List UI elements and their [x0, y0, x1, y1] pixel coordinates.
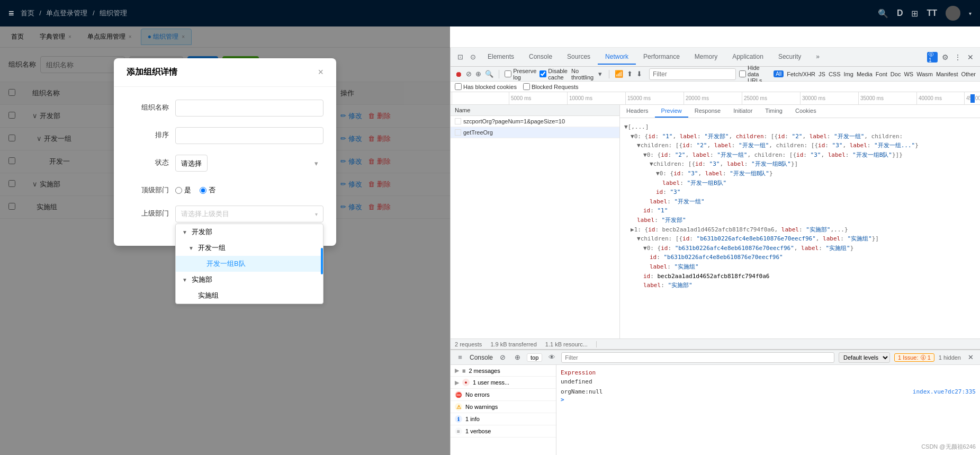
tree-item-shishi-zu[interactable]: 实施组	[176, 288, 323, 304]
throttling-dropdown[interactable]: ▾	[597, 69, 604, 79]
network-clear-icon[interactable]: ⊘	[465, 69, 472, 79]
tree-expand-2[interactable]: ▼	[188, 245, 196, 251]
console-default-levels[interactable]: Default levels	[839, 352, 890, 363]
form-order-input[interactable]	[175, 127, 323, 144]
dropdown-arrow[interactable]: ▾	[969, 11, 972, 16]
request-item-2[interactable]: getTreeOrg	[451, 127, 619, 138]
devtools-tab-performance[interactable]: Performance	[636, 50, 687, 65]
user-messages-label: 1 user mess...	[473, 379, 509, 386]
console-eye-icon[interactable]: 👁	[546, 352, 557, 363]
form-status-select[interactable]: 请选择	[175, 155, 208, 172]
form-org-name-input[interactable]	[175, 100, 323, 117]
tree-expand-1[interactable]: ▼	[182, 229, 190, 235]
radio-no-label[interactable]: 否	[200, 185, 215, 195]
css-label[interactable]: CSS	[829, 71, 841, 77]
devtools-tab-sources[interactable]: Sources	[560, 50, 598, 65]
devtools-notification-icon[interactable]: 🛈1	[927, 52, 938, 63]
doc-label[interactable]: Doc	[891, 71, 901, 77]
radio-yes[interactable]	[175, 187, 182, 194]
hide-data-urls-checkbox[interactable]	[739, 70, 746, 77]
font-icon[interactable]: TT	[927, 8, 937, 18]
detail-tab-response[interactable]: Response	[688, 105, 727, 118]
devtools-tab-network[interactable]: Network	[598, 50, 636, 65]
radio-no[interactable]	[200, 187, 206, 194]
detail-tab-timing[interactable]: Timing	[759, 105, 789, 118]
tree-expand-4[interactable]: ▼	[182, 277, 190, 283]
tree-item-kaifa-bu[interactable]: ▼ 开发部	[176, 224, 323, 240]
devtools-more-icon[interactable]: ⋮	[952, 52, 963, 63]
console-issue-badge[interactable]: 1 Issue: 🛈 1	[894, 353, 934, 362]
network-filter-input[interactable]	[649, 68, 736, 80]
breadcrumb-org[interactable]: 组织管理	[100, 9, 127, 17]
wifi-icon[interactable]: 📶	[615, 69, 623, 79]
console-top-select[interactable]: top	[527, 353, 542, 362]
radio-yes-label[interactable]: 是	[175, 185, 191, 195]
avatar[interactable]	[946, 6, 960, 21]
console-filter-icon[interactable]: ⊕	[512, 352, 523, 363]
disable-cache-checkbox[interactable]	[540, 70, 546, 77]
console-item-no-errors[interactable]: ⛔ No errors	[451, 389, 556, 401]
media-label[interactable]: Media	[857, 71, 873, 77]
breadcrumb-home[interactable]: 首页	[21, 9, 34, 17]
devtools-tab-elements[interactable]: Elements	[480, 50, 522, 65]
no-warnings-label: No warnings	[465, 404, 498, 410]
breadcrumb-sso[interactable]: 单点登录管理	[46, 9, 87, 17]
has-blocked-cookies-checkbox[interactable]	[455, 83, 462, 90]
detail-tab-headers[interactable]: Headers	[620, 105, 655, 118]
timeline-ruler: 5000 ms 10000 ms 15000 ms 20000 ms 25000…	[451, 92, 980, 105]
request-item-1[interactable]: szcportOrg?pageNum=1&pageSize=10	[451, 116, 619, 127]
devtools-tab-console[interactable]: Console	[522, 50, 560, 65]
manifest-label[interactable]: Manifest	[936, 71, 958, 77]
console-hidden-count[interactable]: 1 hidden	[939, 354, 961, 361]
devtools-tab-more[interactable]: »	[808, 50, 827, 65]
upload-icon[interactable]: ⬆	[626, 69, 633, 79]
modal-close-button[interactable]: ×	[318, 67, 323, 78]
console-item-no-warnings[interactable]: ⚠ No warnings	[451, 401, 556, 413]
network-record-icon[interactable]: ⏺	[455, 69, 462, 79]
d-icon[interactable]: D	[897, 8, 903, 18]
console-sidebar-icon[interactable]: ≡	[455, 352, 465, 363]
other-label[interactable]: Other	[961, 71, 976, 77]
devtools-tab-application[interactable]: Application	[725, 50, 771, 65]
network-filter-icon[interactable]: ⊕	[475, 69, 482, 79]
search-icon[interactable]: 🔍	[878, 8, 888, 19]
expand-icon[interactable]: ⊞	[911, 8, 918, 19]
console-clear-icon[interactable]: ⊘	[497, 352, 508, 363]
expand-messages-icon: ▶	[455, 367, 459, 374]
font-label[interactable]: Font	[876, 71, 887, 77]
fetch-xhr-label[interactable]: Fetch/XHR	[787, 71, 815, 77]
detail-tab-initiator[interactable]: Initiator	[727, 105, 759, 118]
tree-dropdown: ▼ 开发部 ▼ 开发一组 开发一组B队	[175, 224, 323, 304]
modal-title: 添加组织详情	[127, 67, 177, 78]
devtools-close-icon[interactable]: ✕	[965, 52, 976, 63]
preserve-log-checkbox[interactable]	[505, 70, 511, 77]
console-item-messages[interactable]: ▶ ≡ 2 messages	[451, 365, 556, 377]
devtools-cursor-icon[interactable]: ⊡	[455, 52, 465, 63]
devtools-tab-memory[interactable]: Memory	[687, 50, 725, 65]
tree-select-input[interactable]: 请选择上级类目 ▾	[175, 206, 323, 222]
blocked-requests-checkbox[interactable]	[523, 83, 530, 90]
tree-item-kaifa-zu-b[interactable]: 开发一组B队	[176, 256, 323, 272]
detail-tab-preview[interactable]: Preview	[655, 105, 688, 118]
devtools-settings-icon[interactable]: ⚙	[940, 52, 950, 63]
tree-item-kaifa-zu[interactable]: ▼ 开发一组	[176, 240, 323, 256]
console-item-user-messages[interactable]: ▶ ● 1 user mess...	[451, 377, 556, 389]
js-label[interactable]: JS	[819, 71, 825, 77]
detail-tab-cookies[interactable]: Cookies	[789, 105, 823, 118]
console-close-icon[interactable]: ✕	[965, 352, 976, 363]
devtools-device-icon[interactable]: ⊙	[467, 52, 478, 63]
wasm-label[interactable]: Wasm	[916, 71, 933, 77]
console-output-link[interactable]: index.vue?dc27:335	[913, 388, 976, 395]
hamburger-menu[interactable]: ≡	[8, 8, 14, 19]
devtools-tab-security[interactable]: Security	[771, 50, 808, 65]
network-search-icon[interactable]: 🔍	[485, 69, 493, 79]
console-filter-input[interactable]	[561, 352, 834, 363]
download-icon[interactable]: ⬇	[636, 69, 643, 79]
tree-item-shishi-bu[interactable]: ▼ 实施部	[176, 272, 323, 288]
ws-label[interactable]: WS	[904, 71, 913, 77]
timeline-mark-10000: 10000 ms	[567, 92, 592, 104]
console-item-1-info[interactable]: ℹ 1 info	[451, 413, 556, 425]
console-item-1-verbose[interactable]: ≡ 1 verbose	[451, 425, 556, 438]
status-divider	[596, 341, 597, 347]
img-label[interactable]: Img	[844, 71, 853, 77]
